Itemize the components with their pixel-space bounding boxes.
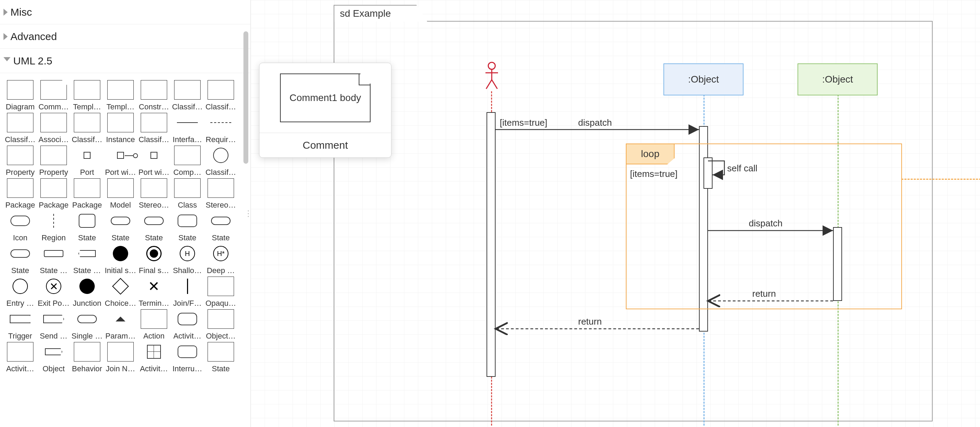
shape-state[interactable]: State [71,211,103,242]
shape-classifier5[interactable]: Classif… [138,113,170,144]
shape-classifier[interactable]: Classif… [171,80,204,112]
shape-state-tag[interactable]: State … [71,244,103,275]
shape-state5[interactable]: State [205,211,237,242]
shape-requirement[interactable]: Requir… [205,113,237,144]
loop-guard: [items=true] [630,169,678,179]
loop-fragment[interactable]: loop [items=true] [626,143,902,309]
svg-point-0 [488,62,495,69]
shape-join-fork[interactable]: Join/F… [171,277,204,308]
shape-constraint[interactable]: Constr… [138,80,170,112]
shape-palette: Diagram Comm… Templ… Templ… Constr… Clas… [0,73,250,380]
shape-classifier4[interactable]: Classif… [71,113,103,144]
shape-sidebar: Misc Advanced UML 2.5 Diagram Comm… Temp… [0,0,251,427]
note-connector[interactable] [901,178,980,180]
shape-state-entry[interactable]: State [4,244,36,275]
shape-port-with[interactable]: Port wi… [105,146,137,177]
shape-interface[interactable]: Interfa… [171,113,204,144]
shape-deep-history[interactable]: H*Deep … [205,244,237,275]
shape-icon[interactable]: Icon [4,211,36,242]
shape-activity[interactable]: Activit… [171,309,204,341]
guard-text-1: [items=true] [500,117,547,128]
shape-single[interactable]: Single … [71,309,103,341]
shape-entry-point[interactable]: Entry … [4,277,36,308]
shape-activity3[interactable]: Activit… [138,342,170,373]
msg-dispatch-1: dispatch [578,117,612,128]
shape-property[interactable]: Property [4,146,36,177]
shape-comment[interactable]: Comm… [38,80,70,112]
shape-diagram[interactable]: Diagram [4,80,36,112]
shape-template[interactable]: Templ… [71,80,103,112]
shape-trigger[interactable]: Trigger [4,309,36,341]
shape-component[interactable]: Comp… [171,146,204,177]
shape-state2[interactable]: State [105,211,137,242]
shape-port-with2[interactable]: Port wi… [138,146,170,177]
exec-actor[interactable] [487,112,496,377]
shape-object2[interactable]: Object [38,342,70,373]
shape-property2[interactable]: Property [38,146,70,177]
shape-state4[interactable]: State [171,211,204,242]
shape-junction[interactable]: Junction [71,277,103,308]
shape-instance[interactable]: Instance [105,113,137,144]
shape-join-node[interactable]: Join N… [105,342,137,373]
object-header-1[interactable]: :Object [663,64,743,96]
shape-class[interactable]: Class [171,178,204,210]
shape-object[interactable]: Object… [205,309,237,341]
diagram-canvas[interactable]: ⋮ Comment1 body Comment sd Example :Obje… [251,0,980,427]
shape-choice[interactable]: Choice… [105,277,137,308]
category-misc[interactable]: Misc [0,0,250,24]
svg-line-3 [486,80,492,89]
loop-tab: loop [626,143,675,164]
shape-template2[interactable]: Templ… [105,80,137,112]
object-header-2[interactable]: :Object [797,64,878,96]
shape-classifier3[interactable]: Classif… [4,113,36,144]
shape-final-state[interactable]: Final s… [138,244,170,275]
category-uml25[interactable]: UML 2.5 [0,49,250,73]
shape-region[interactable]: Region [38,211,70,242]
shape-model[interactable]: Model [105,178,137,210]
shape-state6[interactable]: State [205,342,237,373]
shape-param[interactable]: Param… [105,309,137,341]
shape-classifier6[interactable]: Classif… [205,146,237,177]
shape-stereotype[interactable]: Stereo… [138,178,170,210]
shape-stereotype2[interactable]: Stereo… [205,178,237,210]
frame-title: sd Example [334,5,428,22]
sidebar-scrollbar[interactable] [243,31,248,164]
shape-opaque[interactable]: Opaqu… [205,277,237,308]
shape-send-signal[interactable]: Send … [38,309,70,341]
shape-action[interactable]: Action [138,309,170,341]
shape-port[interactable]: Port [71,146,103,177]
shape-initial-state[interactable]: Initial s… [105,244,137,275]
shape-behavior[interactable]: Behavior [71,342,103,373]
shape-state3[interactable]: State [138,211,170,242]
svg-line-4 [492,80,497,89]
category-advanced[interactable]: Advanced [0,24,250,49]
shape-shallow-history[interactable]: HShallo… [171,244,204,275]
shape-exit-point[interactable]: ✕Exit Po… [38,277,70,308]
shape-association[interactable]: Associ… [38,113,70,144]
shape-package[interactable]: Package [4,178,36,210]
shape-package2[interactable]: Package [38,178,70,210]
shape-terminate[interactable]: ✕Termin… [138,277,170,308]
shape-interrupt[interactable]: Interru… [171,342,204,373]
sequence-frame[interactable]: sd Example :Object :Object [334,21,933,421]
msg-return-2: return [578,316,602,327]
shape-state-label[interactable]: State … [38,244,70,275]
splitter-handle[interactable]: ⋮ [247,203,250,224]
shape-tooltip: Comment1 body Comment [259,63,391,158]
shape-activity2[interactable]: Activit… [4,342,36,373]
shape-classifier2[interactable]: Classif… [205,80,237,112]
shape-package3[interactable]: Package [71,178,103,210]
actor-icon[interactable] [484,62,500,89]
